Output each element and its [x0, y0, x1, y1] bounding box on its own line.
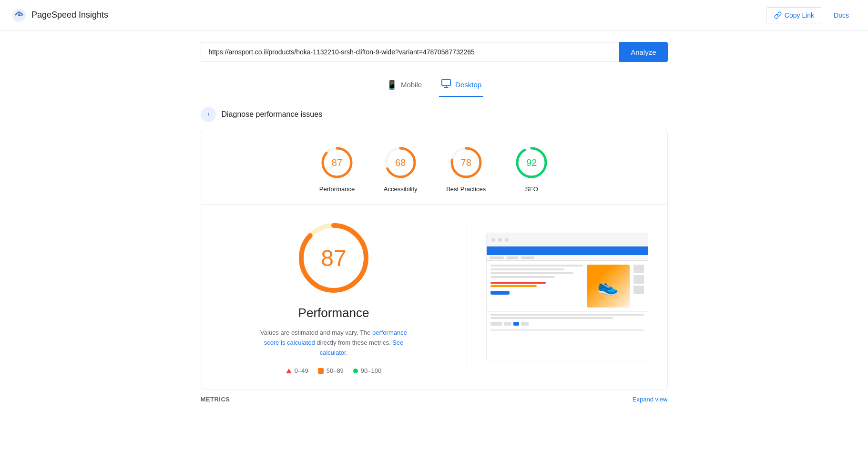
- screenshot-nav-row: [487, 255, 648, 261]
- url-section: Analyze: [0, 31, 868, 70]
- score-accessibility[interactable]: 68 Accessibility: [383, 145, 418, 193]
- detail-right: 👟: [467, 220, 648, 374]
- performance-circle: 87: [320, 145, 354, 180]
- legend-average: 50–89: [318, 367, 344, 374]
- desc-plain: Values are estimated and may vary. The: [260, 329, 372, 336]
- price-line-2: [490, 285, 537, 287]
- footer-line: [490, 329, 644, 331]
- thumb-2: [633, 275, 644, 284]
- accessibility-label: Accessibility: [384, 185, 418, 193]
- best-practices-score: 78: [461, 157, 471, 168]
- fail-icon: [286, 369, 292, 373]
- svg-point-1: [18, 14, 20, 16]
- good-icon: [353, 369, 358, 373]
- header-left: PageSpeed Insights: [11, 8, 108, 23]
- url-form: Analyze: [201, 42, 668, 62]
- detail-section: 87 Performance Values are estimated and …: [201, 205, 667, 390]
- expand-view-button[interactable]: Expand view: [633, 396, 668, 403]
- bottom-line-2: [490, 317, 613, 319]
- screenshot-top-bar: [487, 246, 648, 255]
- screenshot-browser-bar: [487, 233, 648, 246]
- performance-label: Performance: [319, 185, 355, 193]
- thumb-3: [633, 286, 644, 294]
- screenshot-content: 👟: [487, 246, 648, 361]
- desc-end: .: [346, 349, 348, 356]
- buy-button: [490, 291, 510, 295]
- screenshot-footer: [487, 328, 648, 333]
- bottom-line-1: [490, 314, 644, 316]
- main-card: 87 Performance 68 Accessibility: [201, 130, 668, 390]
- thumb-1: [633, 265, 644, 273]
- header: PageSpeed Insights Copy Link Docs: [0, 0, 868, 31]
- text-line-3: [490, 272, 574, 274]
- tab-mobile[interactable]: 📱 Mobile: [385, 73, 424, 97]
- nav-item-2: [507, 257, 518, 259]
- thumbnails: [633, 265, 644, 294]
- pagespeed-logo-icon: [11, 8, 27, 23]
- screenshot-bottom: [487, 311, 648, 328]
- device-tabs: 📱 Mobile Desktop: [0, 70, 868, 97]
- desktop-icon: [441, 78, 451, 91]
- ctrl-4: [521, 322, 529, 326]
- docs-button[interactable]: Docs: [826, 8, 857, 23]
- metrics-label: METRICS: [201, 396, 230, 403]
- browser-dot-1: [491, 238, 495, 242]
- browser-dot-3: [505, 238, 509, 242]
- bottom-bar: METRICS Expand view: [201, 396, 668, 407]
- url-input[interactable]: [201, 42, 620, 62]
- copy-link-button[interactable]: Copy Link: [766, 7, 822, 23]
- seo-circle: 92: [514, 145, 549, 180]
- score-seo[interactable]: 92 SEO: [514, 145, 549, 193]
- ctrl-1: [490, 322, 502, 326]
- performance-title: Performance: [298, 306, 369, 320]
- browser-dot-2: [498, 238, 502, 242]
- good-range: 90–100: [361, 367, 381, 374]
- bottom-controls: [490, 322, 644, 326]
- scores-row: 87 Performance 68 Accessibility: [201, 130, 667, 205]
- score-performance[interactable]: 87 Performance: [319, 145, 355, 193]
- best-practices-circle: 78: [449, 145, 483, 180]
- screenshot-body-row: 👟: [487, 261, 648, 311]
- ctrl-2: [504, 322, 511, 326]
- text-line-2: [490, 268, 564, 270]
- accessibility-circle: 68: [383, 145, 418, 180]
- screenshot-container: 👟: [486, 233, 648, 361]
- accessibility-score: 68: [395, 157, 406, 168]
- detail-left: 87 Performance Values are estimated and …: [220, 220, 467, 374]
- big-performance-circle: 87: [296, 220, 372, 296]
- shoe-image: 👟: [587, 265, 630, 308]
- mobile-icon: 📱: [387, 80, 397, 90]
- legend-good: 90–100: [353, 367, 381, 374]
- legend-fail: 0–49: [286, 367, 308, 374]
- analyze-button[interactable]: Analyze: [619, 42, 667, 62]
- diagnose-icon: [201, 107, 216, 122]
- screenshot-text-side: [490, 265, 583, 295]
- link-icon: [774, 11, 782, 19]
- diagnose-label: Diagnose performance issues: [222, 110, 323, 119]
- text-line-4: [490, 276, 555, 278]
- ctrl-3: [513, 322, 519, 326]
- desktop-tab-label: Desktop: [455, 81, 481, 89]
- nav-item-3: [521, 257, 534, 259]
- average-icon: [318, 368, 324, 374]
- legend: 0–49 50–89 90–100: [286, 367, 381, 374]
- svg-point-6: [208, 115, 208, 116]
- big-performance-score: 87: [321, 245, 346, 271]
- average-range: 50–89: [327, 367, 344, 374]
- best-practices-label: Best Practices: [446, 185, 486, 193]
- mobile-tab-label: Mobile: [401, 81, 422, 89]
- price-line-1: [490, 282, 546, 284]
- desc-mid: directly from these metrics.: [315, 339, 393, 346]
- seo-label: SEO: [525, 185, 538, 193]
- tab-desktop[interactable]: Desktop: [439, 73, 483, 97]
- text-line-1: [490, 265, 583, 267]
- app-title: PageSpeed Insights: [31, 10, 108, 20]
- seo-score: 92: [526, 157, 537, 168]
- header-right: Copy Link Docs: [766, 7, 857, 23]
- fail-range: 0–49: [295, 367, 308, 374]
- diagnose-section: Diagnose performance issues: [201, 107, 668, 122]
- score-best-practices[interactable]: 78 Best Practices: [446, 145, 486, 193]
- performance-description: Values are estimated and may vary. The p…: [257, 328, 410, 358]
- svg-rect-2: [442, 80, 450, 86]
- copy-link-label: Copy Link: [785, 11, 814, 19]
